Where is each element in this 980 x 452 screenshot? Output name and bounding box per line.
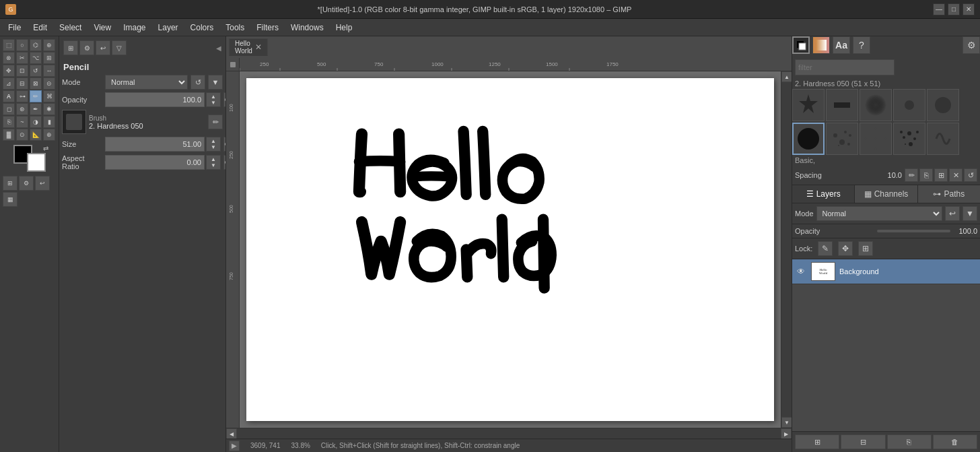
scroll-down-btn[interactable]: ▼ [781, 417, 792, 428]
menu-view[interactable]: View [88, 22, 116, 34]
menu-select[interactable]: Select [54, 22, 87, 34]
menu-tools[interactable]: Tools [220, 22, 250, 34]
layers-undo-btn[interactable]: ↩ [945, 206, 960, 221]
layer-item-background[interactable]: 👁 HelloWorld Background [792, 259, 980, 284]
mode-more-btn[interactable]: ▼ [208, 75, 223, 90]
ink-tool[interactable]: ✒ [30, 103, 42, 115]
free-select-tool[interactable]: ⌬ [30, 39, 42, 51]
scroll-up-btn[interactable]: ▲ [781, 71, 792, 82]
aspect-ratio-spin-arrows[interactable]: ▲ ▼ [206, 155, 221, 170]
aspect-ratio-input[interactable]: 0.00 [105, 155, 205, 170]
brush-filter-input[interactable] [795, 59, 895, 75]
paths-tab[interactable]: ⊶ Paths [918, 185, 980, 203]
layer-visibility-btn[interactable]: 👁 [795, 265, 807, 278]
lock-all-btn[interactable]: ⊞ [858, 241, 873, 256]
menu-help[interactable]: Help [330, 22, 358, 34]
brush-round-black-selected[interactable] [792, 123, 825, 155]
opacity-input[interactable]: 100.0 [105, 92, 205, 107]
duplicate-layer-btn[interactable]: ⎘ [887, 434, 932, 449]
layers-tab[interactable]: ☰ Layers [792, 185, 855, 203]
menu-file[interactable]: File [3, 22, 26, 34]
panel-config-btn[interactable]: ⚙ [963, 36, 980, 54]
spacing-copy-btn[interactable]: ⎘ [919, 168, 933, 182]
background-color[interactable] [27, 153, 46, 172]
tool-options-more-btn[interactable]: ▽ [112, 40, 127, 55]
minimize-button[interactable]: — [933, 3, 945, 15]
tool-options-view-btn[interactable]: ⊞ [63, 40, 78, 55]
brush-round-hard-sm[interactable] [893, 89, 925, 121]
spacing-view-btn[interactable]: ⊞ [934, 168, 948, 182]
menu-windows[interactable]: Windows [285, 22, 329, 34]
maximize-button[interactable]: □ [948, 3, 960, 15]
text-tool[interactable]: A [3, 90, 15, 102]
scroll-right-btn[interactable]: ▶ [781, 428, 792, 439]
paintbrush-tool[interactable]: ⌘ [43, 90, 55, 102]
undo-btn[interactable]: ↩ [35, 176, 50, 191]
fuzzy-select-tool[interactable]: ⊕ [43, 39, 55, 51]
brush-splatter-1[interactable] [826, 123, 858, 155]
view-toggle[interactable]: ▦ [3, 192, 18, 207]
size-spin-arrows[interactable]: ▲ ▼ [206, 137, 221, 152]
scroll-left-btn[interactable]: ◀ [226, 428, 237, 439]
spacing-refresh-btn[interactable]: ↺ [964, 168, 977, 182]
shear-tool[interactable]: ⊿ [3, 77, 15, 90]
heal-tool[interactable]: ✱ [43, 103, 55, 115]
channels-tab[interactable]: ▦ Channels [855, 185, 917, 203]
brush-splatter-3[interactable] [927, 123, 959, 155]
airbrush-tool[interactable]: ⊛ [16, 103, 28, 115]
spacing-delete-btn[interactable]: ✕ [949, 168, 963, 182]
menu-filters[interactable]: Filters [251, 22, 284, 34]
opacity-spin-arrows[interactable]: ▲ ▼ [206, 92, 221, 107]
canvas-frame[interactable] [246, 78, 774, 421]
brush-round-hard-md[interactable] [927, 89, 959, 121]
brush-rect-hard[interactable] [826, 89, 858, 121]
brush-thumbnail[interactable] [62, 110, 86, 134]
tool-options-config-btn[interactable]: ⚙ [79, 40, 94, 55]
brush-round-blur[interactable] [860, 89, 892, 121]
menu-layer[interactable]: Layer [153, 22, 184, 34]
scroll-track-v[interactable] [781, 82, 792, 417]
spacing-edit-btn[interactable]: ✏ [905, 168, 918, 182]
panel-gradient-btn[interactable] [812, 36, 830, 54]
mode-dropdown[interactable]: Normal Dissolve Multiply Screen [105, 75, 188, 90]
dodge-burn-tool[interactable]: ◑ [30, 116, 42, 128]
brush-plus-dots[interactable] [860, 123, 892, 155]
swap-colors-icon[interactable]: ⇄ [43, 145, 48, 152]
size-input[interactable]: 51.00 [105, 137, 205, 152]
eraser-tool[interactable]: ◻ [3, 103, 15, 115]
rotate-tool[interactable]: ↺ [30, 65, 42, 77]
panel-fg-color-btn[interactable] [792, 36, 810, 54]
transform-tool[interactable]: ⊠ [30, 77, 42, 90]
new-group-btn[interactable]: ⊟ [841, 434, 885, 449]
canvas-tab-hello-world[interactable]: HelloWorld ✕ [229, 38, 268, 56]
mode-reset-btn[interactable]: ↺ [190, 75, 205, 90]
color-by-sel-tool[interactable]: ⊗ [3, 52, 15, 64]
layers-opacity-slider[interactable] [877, 230, 951, 232]
brush-star[interactable] [792, 89, 825, 121]
move-tool[interactable]: ✥ [3, 65, 15, 77]
measure-tool[interactable]: 📐 [30, 129, 42, 141]
delete-layer-btn[interactable]: 🗑 [933, 434, 977, 449]
lock-position-btn[interactable]: ✥ [838, 241, 853, 256]
path-tool[interactable]: ⊶ [16, 90, 28, 102]
menu-colors[interactable]: Colors [185, 22, 219, 34]
panel-info-btn[interactable]: ? [853, 36, 870, 54]
config-btn[interactable]: ⚙ [19, 176, 34, 191]
flip-tool[interactable]: ⊝ [43, 77, 55, 90]
fill-bucket-tool[interactable]: ▮ [43, 116, 55, 128]
clone-tool[interactable]: ⎘ [3, 116, 15, 128]
canvas-tab-close[interactable]: ✕ [255, 42, 262, 52]
canvas-horizontal-scrollbar[interactable]: ◀ ▶ [226, 428, 792, 439]
menu-image[interactable]: Image [118, 22, 151, 34]
perspective-tool[interactable]: ⊟ [16, 77, 28, 90]
tool-options-undo-btn[interactable]: ↩ [96, 40, 110, 55]
crop-tool[interactable]: ⊡ [16, 65, 28, 77]
zoom-tool[interactable]: ⊕ [43, 129, 55, 141]
eyedrop-tool[interactable]: ⊙ [16, 129, 28, 141]
canvas-vertical-scrollbar[interactable]: ▲ ▼ [781, 71, 792, 428]
lock-pixels-btn[interactable]: ✎ [818, 241, 833, 256]
new-layer-btn[interactable]: ⊞ [795, 434, 839, 449]
layers-more-btn[interactable]: ▼ [963, 206, 977, 221]
ellipse-select-tool[interactable]: ○ [16, 39, 28, 51]
fg-extraction-tool[interactable]: ⌥ [30, 52, 42, 64]
